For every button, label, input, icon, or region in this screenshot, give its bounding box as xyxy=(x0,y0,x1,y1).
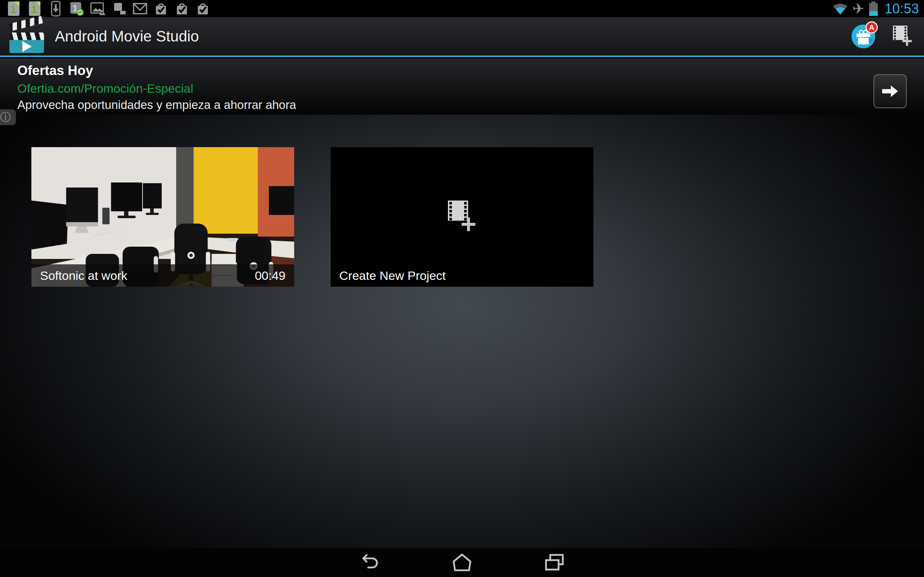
recents-icon xyxy=(543,551,565,574)
download-icon xyxy=(48,1,63,16)
gmail-icon xyxy=(132,1,148,16)
ad-link[interactable]: Ofertia.com/Promoción-Especial xyxy=(17,82,296,95)
svg-text:1: 1 xyxy=(31,3,37,15)
back-button[interactable] xyxy=(358,551,381,574)
gallery-warning-icon xyxy=(89,1,106,16)
action-bar: Android Movie Studio A xyxy=(0,17,924,57)
back-icon xyxy=(359,551,381,574)
new-project-label: Create New Project xyxy=(339,269,446,283)
one-sync-icon: 1 xyxy=(69,1,84,16)
info-icon: ⓘ xyxy=(0,110,11,125)
clock: 10:53 xyxy=(885,0,919,17)
playstore-check-icon xyxy=(195,1,211,16)
film-plus-icon xyxy=(446,200,478,233)
new-project-button[interactable] xyxy=(891,24,914,49)
home-button[interactable] xyxy=(451,551,473,574)
svg-text:1: 1 xyxy=(10,3,16,15)
playstore-check-icon xyxy=(174,1,190,16)
create-new-project-tile[interactable]: Create New Project xyxy=(331,147,593,287)
notification-icons: 1 1 1 xyxy=(6,1,211,16)
playstore-check-icon xyxy=(153,1,169,16)
video-title: Softonic at work xyxy=(40,269,128,283)
ad-headline: Ofertas Hoy xyxy=(17,63,296,78)
new-project-label-bar: Create New Project xyxy=(331,264,593,287)
gift-offers-button[interactable]: A xyxy=(851,24,876,49)
ad-info-button[interactable]: ⓘ xyxy=(0,109,16,125)
video-duration: 00:49 xyxy=(255,269,286,283)
ad-go-button[interactable] xyxy=(874,74,907,108)
screenshot-squares-icon xyxy=(111,1,127,16)
ad-banner[interactable]: Ofertas Hoy Ofertia.com/Promoción-Especi… xyxy=(0,58,924,115)
battery-icon xyxy=(868,1,879,16)
clapperboard-app-icon xyxy=(10,19,46,53)
ad-description: Aprovecha oportunidades y empieza a ahor… xyxy=(17,98,296,112)
wifi-icon xyxy=(832,2,848,16)
one-lite-icon: 1 xyxy=(6,1,22,16)
navigation-bar xyxy=(0,548,924,577)
page-title: Android Movie Studio xyxy=(55,28,199,45)
new-project-film-icon xyxy=(891,24,914,47)
notification-badge: A xyxy=(866,21,878,34)
system-status-icons: ✈ 10:53 xyxy=(832,0,919,17)
status-bar[interactable]: 1 1 1 xyxy=(0,0,924,17)
home-icon xyxy=(451,551,473,574)
recents-button[interactable] xyxy=(543,551,566,574)
project-grid: Softonic at work 00:49 Create New Projec… xyxy=(0,115,924,548)
project-tile-video[interactable]: Softonic at work 00:49 xyxy=(31,147,294,287)
video-info-bar: Softonic at work 00:49 xyxy=(31,264,294,287)
airplane-mode-icon: ✈ xyxy=(852,1,864,16)
right-arrow-icon xyxy=(881,83,900,100)
one-lite-icon: 1 xyxy=(27,1,43,16)
